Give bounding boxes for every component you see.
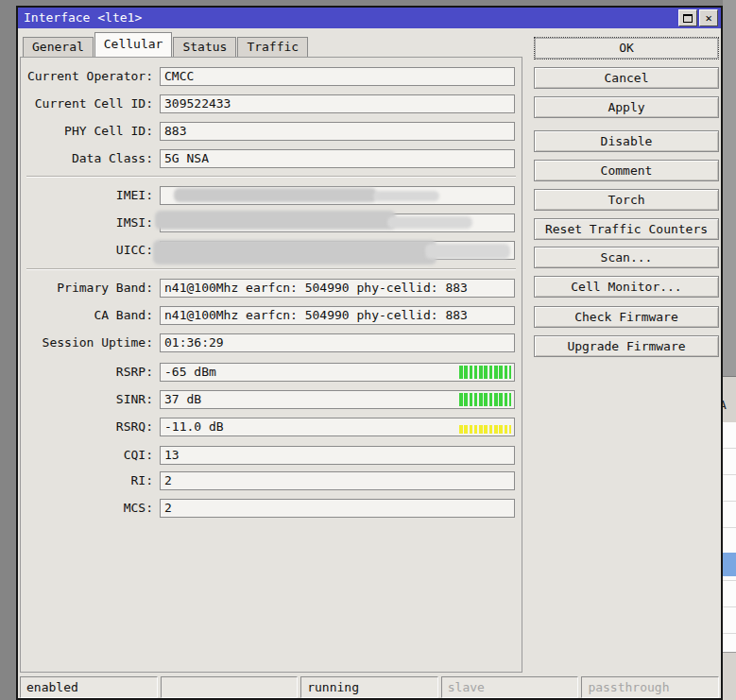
tab-cellular[interactable]: Cellular xyxy=(94,32,173,57)
torch-button[interactable]: Torch xyxy=(534,189,719,211)
current-cell-id-label: Current Cell ID: xyxy=(21,94,153,113)
row-uicc: UICC: xyxy=(21,241,522,260)
rsrq-field[interactable]: -11.0 dB xyxy=(160,418,515,436)
data-class-label: Data Class: xyxy=(21,149,153,168)
maximize-icon xyxy=(683,14,693,23)
cell-monitor-button[interactable]: Cell Monitor... xyxy=(534,276,719,298)
row-imei: IMEI: xyxy=(21,186,522,205)
background-table-rows xyxy=(723,422,736,652)
window-title: Interface <lte1> xyxy=(24,10,142,25)
tab-status[interactable]: Status xyxy=(173,37,236,57)
maximize-button[interactable] xyxy=(678,9,697,26)
primary-band-field[interactable]: n41@100Mhz earfcn: 504990 phy-cellid: 88… xyxy=(160,279,515,298)
row-phy-cell-id: PHY Cell ID: 883 xyxy=(21,122,522,141)
separator xyxy=(26,176,516,178)
rsrq-signal-meter xyxy=(459,425,511,434)
tab-general[interactable]: General xyxy=(23,37,94,57)
background-window-body xyxy=(723,0,736,376)
rsrp-field[interactable]: -65 dBm xyxy=(160,363,515,382)
phy-cell-id-field[interactable]: 883 xyxy=(160,122,515,141)
imei-label: IMEI: xyxy=(21,186,153,205)
sinr-label: SINR: xyxy=(21,390,153,409)
redaction-smudge xyxy=(155,211,396,230)
sinr-value: 37 dB xyxy=(164,392,201,406)
row-current-operator: Current Operator: CMCC xyxy=(21,67,522,86)
rsrq-value: -11.0 dB xyxy=(164,419,224,434)
background-selected-row xyxy=(723,553,736,576)
rsrq-label: RSRQ: xyxy=(21,418,153,436)
imsi-label: IMSI: xyxy=(21,213,153,232)
status-slave: slave xyxy=(441,676,579,698)
scan-button[interactable]: Scan... xyxy=(534,247,719,268)
redaction-smudge xyxy=(153,240,436,265)
titlebar[interactable]: Interface <lte1> xyxy=(18,8,721,28)
ri-field[interactable]: 2 xyxy=(160,471,515,490)
mcs-label: MCS: xyxy=(21,499,153,518)
row-sinr: SINR: 37 dB xyxy=(21,390,522,409)
uicc-label: UICC: xyxy=(21,241,153,260)
status-bar: enabled running slave passthrough xyxy=(20,676,719,698)
row-rsrp: RSRP: -65 dBm xyxy=(21,363,522,382)
imsi-field[interactable] xyxy=(160,213,515,232)
status-enabled: enabled xyxy=(20,676,158,698)
primary-band-label: Primary Band: xyxy=(21,279,153,298)
row-ri: RI: 2 xyxy=(21,471,522,490)
background-window-footer xyxy=(723,652,736,700)
redaction-smudge xyxy=(387,216,472,229)
session-uptime-field[interactable]: 01:36:29 xyxy=(160,333,515,352)
row-cqi: CQI: 13 xyxy=(21,446,522,465)
close-button[interactable]: ✕ xyxy=(699,9,718,26)
interface-dialog: Interface <lte1> ✕ General Cellular Stat… xyxy=(16,6,723,700)
phy-cell-id-label: PHY Cell ID: xyxy=(21,122,153,141)
row-rsrq: RSRQ: -11.0 dB xyxy=(21,418,522,436)
redaction-smudge xyxy=(174,188,377,202)
tab-traffic[interactable]: Traffic xyxy=(237,37,308,57)
ok-button[interactable]: OK xyxy=(534,37,719,60)
reset-traffic-counters-button[interactable]: Reset Traffic Counters xyxy=(534,218,719,240)
ri-label: RI: xyxy=(21,471,153,490)
background-column-header: A xyxy=(723,398,727,412)
upgrade-firmware-button[interactable]: Upgrade Firmware xyxy=(534,335,719,357)
mcs-field[interactable]: 2 xyxy=(160,499,515,518)
rsrp-value: -65 dBm xyxy=(164,365,216,379)
row-data-class: Data Class: 5G NSA xyxy=(21,149,522,168)
cancel-button[interactable]: Cancel xyxy=(534,67,719,89)
current-operator-label: Current Operator: xyxy=(21,67,153,86)
status-passthrough: passthrough xyxy=(581,676,719,698)
current-operator-field[interactable]: CMCC xyxy=(160,67,515,86)
rsrp-label: RSRP: xyxy=(21,363,153,382)
ca-band-field[interactable]: n41@100Mhz earfcn: 504990 phy-cellid: 88… xyxy=(160,306,515,325)
row-primary-band: Primary Band: n41@100Mhz earfcn: 504990 … xyxy=(21,279,522,298)
current-cell-id-field[interactable]: 309522433 xyxy=(160,94,515,113)
session-uptime-label: Session Uptime: xyxy=(21,333,153,352)
uicc-field[interactable] xyxy=(160,241,515,260)
redaction-smudge xyxy=(425,244,510,259)
status-running: running xyxy=(300,676,438,698)
ca-band-label: CA Band: xyxy=(21,306,153,325)
redaction-smudge xyxy=(373,191,439,201)
row-current-cell-id: Current Cell ID: 309522433 xyxy=(21,94,522,113)
cqi-field[interactable]: 13 xyxy=(160,446,515,465)
comment-button[interactable]: Comment xyxy=(534,160,719,181)
sinr-field[interactable]: 37 dB xyxy=(160,390,515,409)
apply-button[interactable]: Apply xyxy=(534,96,719,118)
row-session-uptime: Session Uptime: 01:36:29 xyxy=(21,333,522,352)
row-mcs: MCS: 2 xyxy=(21,499,522,518)
status-empty xyxy=(161,676,299,698)
sinr-signal-meter xyxy=(459,393,511,406)
rsrp-signal-meter xyxy=(459,366,511,379)
background-table-header: A xyxy=(723,376,736,422)
separator xyxy=(26,268,516,270)
row-imsi: IMSI: xyxy=(21,213,522,232)
data-class-field[interactable]: 5G NSA xyxy=(160,149,515,168)
tab-bar: General Cellular Status Traffic xyxy=(23,32,309,57)
close-icon: ✕ xyxy=(705,12,711,24)
disable-button[interactable]: Disable xyxy=(534,130,719,152)
check-firmware-button[interactable]: Check Firmware xyxy=(534,306,719,328)
cqi-label: CQI: xyxy=(21,446,153,465)
imei-field[interactable] xyxy=(160,186,515,205)
row-ca-band: CA Band: n41@100Mhz earfcn: 504990 phy-c… xyxy=(21,306,522,325)
cellular-tab-panel: Current Operator: CMCC Current Cell ID: … xyxy=(20,57,522,673)
background-window-strip[interactable]: A xyxy=(723,0,736,700)
